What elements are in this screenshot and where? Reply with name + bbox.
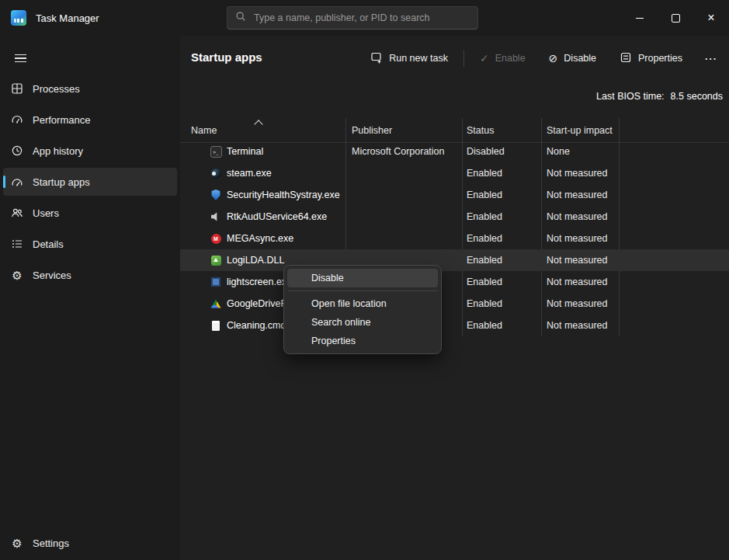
page-title: Startup apps [191,50,262,64]
sidebar-nav: Processes Performance App history Startu… [0,75,180,292]
table-row-lightscreen[interactable]: lightscreen.exe Enabled Not measured [180,271,729,293]
sidebar-item-label: Users [33,207,59,219]
table-row-rtkaud[interactable]: RtkAudUService64.exe Enabled Not measure… [180,206,729,228]
startup-apps-icon [11,176,23,188]
users-icon [11,207,23,219]
sidebar-item-label: Performance [33,114,90,126]
enable-check-icon: ✓ [480,53,489,64]
disable-button[interactable]: ⊘ Disable [541,48,604,68]
sidebar-item-processes[interactable]: Processes [3,75,177,103]
context-menu: Disable Open file location Search online… [283,265,442,354]
table-header: Name Publisher Status Start-up impact [180,118,729,143]
sidebar-item-settings[interactable]: ⚙ Settings [3,529,177,557]
app-title: Task Manager [36,12,99,24]
last-bios-label: Last BIOS time: [596,91,665,102]
toolbar-divider [463,50,464,67]
speaker-icon [210,210,222,223]
sidebar-item-details[interactable]: Details [3,230,177,258]
minimize-button[interactable] [622,0,658,36]
table-row-terminal[interactable]: Terminal Microsoft Corporation Disabled … [180,141,729,162]
sidebar-item-label: Services [33,270,71,281]
titlebar: Task Manager × [0,0,729,36]
context-menu-separator [288,290,437,291]
last-bios-time: Last BIOS time:8.5 seconds [596,91,723,102]
table-row-steam[interactable]: steam.exe Enabled Not measured [180,162,729,184]
sidebar-item-app-history[interactable]: App history [3,137,177,165]
disable-block-icon: ⊘ [549,53,558,64]
close-icon: × [707,12,714,24]
window-controls: × [622,0,729,36]
lightscreen-icon [210,276,222,288]
table-row-googledrive[interactable]: GoogleDriveFS Enabled Not measured [180,293,729,315]
sidebar-item-label: Details [33,238,64,250]
last-bios-value: 8.5 seconds [671,91,723,102]
search-box[interactable] [227,6,478,30]
security-shield-icon [210,189,222,201]
terminal-icon [210,145,222,158]
logitech-icon [210,254,222,266]
sidebar-item-label: Startup apps [33,176,90,188]
performance-icon [11,113,23,126]
sidebar-item-label: App history [33,145,83,157]
hamburger-icon [15,54,26,56]
search-input[interactable] [252,12,470,24]
context-menu-open-file-location[interactable]: Open file location [287,294,438,313]
sort-ascending-icon [254,120,262,128]
context-menu-disable[interactable]: Disable [287,269,438,287]
more-options-button[interactable]: ⋯ [698,47,723,71]
sidebar-item-services[interactable]: ⚙ Services [3,261,177,289]
table-row-cleaning-cmd[interactable]: Cleaning.cmd Enabled Not measured [180,315,729,336]
sidebar-item-startup-apps[interactable]: Startup apps [3,168,177,196]
run-new-task-icon [370,51,383,66]
task-manager-window: Task Manager × Processes [0,0,729,560]
sidebar-item-performance[interactable]: Performance [3,106,177,134]
processes-icon [11,82,23,95]
task-manager-logo-icon [11,10,26,26]
settings-gear-icon: ⚙ [11,537,23,549]
column-header-impact[interactable]: Start-up impact [547,125,613,136]
main-panel: Startup apps Run new task ✓ Enable ⊘ Dis… [180,36,729,560]
startup-apps-table: Terminal Microsoft Corporation Disabled … [180,141,729,336]
context-menu-properties[interactable]: Properties [287,332,438,350]
settings-label: Settings [33,537,69,549]
column-header-name[interactable]: Name [191,125,217,136]
properties-icon [620,51,632,66]
minimize-icon [636,18,644,19]
sidebar-item-label: Processes [33,83,80,95]
details-icon [11,238,23,250]
context-menu-search-online[interactable]: Search online [287,313,438,332]
properties-button[interactable]: Properties [612,47,690,71]
table-row-megasync[interactable]: MEGAsync.exe Enabled Not measured [180,228,729,249]
page-header: Startup apps Run new task ✓ Enable ⊘ Dis… [180,36,729,81]
close-button[interactable]: × [693,0,729,36]
google-drive-icon [210,297,222,310]
table-row-logilda[interactable]: LogiLDA.DLL Enabled Not measured [180,249,729,271]
mega-icon [210,232,222,245]
enable-button[interactable]: ✓ Enable [472,48,533,68]
search-icon [235,11,246,25]
run-new-task-button[interactable]: Run new task [363,47,456,71]
column-header-publisher[interactable]: Publisher [352,125,392,136]
sidebar: Processes Performance App history Startu… [0,36,180,560]
toolbar: Run new task ✓ Enable ⊘ Disable Properti… [363,36,723,81]
table-row-security-health[interactable]: SecurityHealthSystray.exe Enabled Not me… [180,184,729,206]
app-history-icon [11,144,23,157]
steam-icon [210,167,222,179]
column-header-status[interactable]: Status [467,125,494,136]
sidebar-item-users[interactable]: Users [3,199,177,227]
document-icon [210,319,222,332]
navigation-menu-button[interactable] [5,45,36,71]
more-options-icon: ⋯ [704,51,717,66]
maximize-button[interactable] [658,0,693,36]
maximize-icon [672,14,680,23]
services-icon: ⚙ [11,269,23,281]
